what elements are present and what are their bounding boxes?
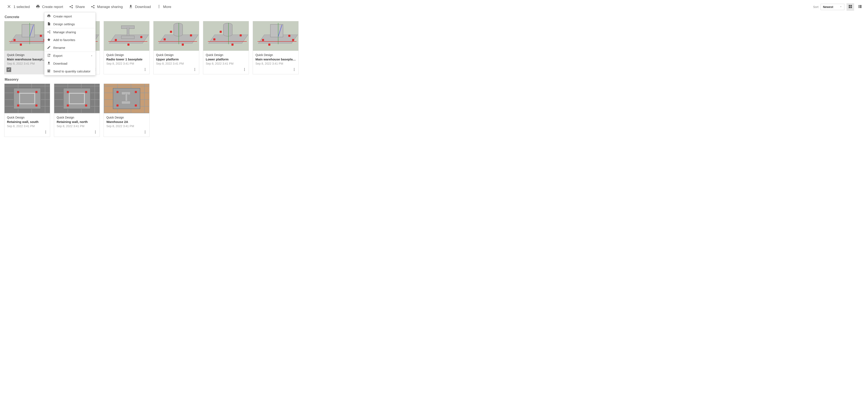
print-icon xyxy=(47,14,51,19)
more-vertical-icon xyxy=(193,68,197,72)
card-type-label: Quick Design xyxy=(106,116,147,119)
more-button[interactable]: More xyxy=(154,2,174,12)
design-card[interactable]: Quick DesignUpper platformSep 8, 2022 3:… xyxy=(153,21,199,74)
card-date-label: Sep 8, 2022 3:41 PM xyxy=(255,62,296,65)
share-icon xyxy=(69,4,73,10)
card-date-label: Sep 8, 2022 3:41 PM xyxy=(7,124,48,128)
design-card[interactable]: Quick DesignRetaining wall, southSep 8, … xyxy=(4,84,50,137)
card-thumbnail xyxy=(253,21,299,51)
more-vertical-icon xyxy=(44,130,48,135)
view-grid-button[interactable] xyxy=(846,3,854,11)
card-date-label: Sep 8, 2022 3:41 PM xyxy=(106,62,147,65)
svg-point-14 xyxy=(194,70,195,71)
card-thumbnail xyxy=(154,21,199,51)
dd-rename-label: Rename xyxy=(53,46,65,50)
svg-point-0 xyxy=(159,5,159,5)
dd-add-to-favorites-label: Add to favorites xyxy=(53,38,75,42)
card-thumbnail xyxy=(203,21,249,51)
dd-rename[interactable]: Rename xyxy=(44,44,95,52)
svg-point-15 xyxy=(244,68,245,69)
dd-export[interactable]: Export xyxy=(44,52,95,60)
pencil-icon xyxy=(47,45,51,50)
share-label: Share xyxy=(75,5,85,9)
dd-send-to-qc-label: Send to quantity calculator xyxy=(53,69,91,73)
card-more-button[interactable] xyxy=(291,67,297,73)
card-type-label: Quick Design xyxy=(7,53,48,57)
svg-point-19 xyxy=(294,69,294,70)
svg-point-17 xyxy=(244,70,245,71)
print-icon xyxy=(36,4,40,10)
dd-add-to-favorites[interactable]: Add to favorites xyxy=(44,36,95,44)
sort-select[interactable]: Newest xyxy=(820,4,844,10)
card-type-label: Quick Design xyxy=(57,116,97,119)
card-type-label: Quick Design xyxy=(206,53,246,57)
dd-send-to-quantity-calculator[interactable]: Send to quantity calculator xyxy=(44,67,95,75)
design-card[interactable]: Quick DesignMain warehouse basepl...Sep … xyxy=(4,21,50,74)
more-vertical-icon xyxy=(292,68,296,72)
svg-point-12 xyxy=(194,68,195,69)
card-selected-checkbox[interactable] xyxy=(6,67,11,72)
dd-design-settings-label: Design settings xyxy=(53,22,75,26)
download-button[interactable]: Download xyxy=(126,2,154,12)
card-type-label: Quick Design xyxy=(156,53,196,57)
svg-point-22 xyxy=(45,132,46,132)
card-more-button[interactable] xyxy=(192,67,198,73)
card-title-label: Warehouse 2A xyxy=(106,120,147,124)
svg-point-2 xyxy=(159,7,159,8)
card-grid: Quick DesignMain warehouse basepl...Sep … xyxy=(4,21,864,74)
design-card[interactable]: Quick DesignWarehouse 2ASep 8, 2022 3:41… xyxy=(103,84,150,137)
svg-point-25 xyxy=(95,132,96,132)
dd-manage-sharing-label: Manage sharing xyxy=(53,30,76,34)
card-date-label: Sep 8, 2022 3:41 PM xyxy=(106,124,147,128)
star-icon xyxy=(47,38,51,42)
more-dropdown: Create report Design settings Manage sha… xyxy=(44,12,96,75)
calculator-icon xyxy=(47,69,51,73)
svg-point-27 xyxy=(145,130,146,131)
svg-point-23 xyxy=(45,133,46,133)
more-vertical-icon xyxy=(157,4,161,10)
chevron-down-icon xyxy=(840,5,842,9)
svg-point-26 xyxy=(95,133,96,133)
card-more-button[interactable] xyxy=(142,129,148,135)
card-date-label: Sep 8, 2022 3:41 PM xyxy=(57,124,97,128)
svg-point-16 xyxy=(244,69,245,70)
content-area: ConcreteQuick DesignMain warehouse basep… xyxy=(4,15,864,137)
download-label: Download xyxy=(135,5,151,9)
card-more-button[interactable] xyxy=(142,67,148,73)
dd-export-label: Export xyxy=(53,54,62,58)
svg-point-24 xyxy=(95,130,96,131)
card-thumbnail xyxy=(54,84,100,113)
design-card[interactable]: Quick DesignRetaining wall, northSep 8, … xyxy=(54,84,100,137)
svg-point-1 xyxy=(159,6,159,7)
more-vertical-icon xyxy=(143,68,147,72)
dd-manage-sharing[interactable]: Manage sharing xyxy=(44,28,95,36)
card-more-button[interactable] xyxy=(92,129,98,135)
document-icon xyxy=(47,22,51,26)
download-icon xyxy=(129,4,133,10)
share-button[interactable]: Share xyxy=(66,2,88,12)
card-date-label: Sep 8, 2022 3:41 PM xyxy=(206,62,246,65)
card-more-button[interactable] xyxy=(43,129,49,135)
card-title-label: Upper platform xyxy=(156,58,196,61)
dd-download-label: Download xyxy=(53,62,67,65)
design-card[interactable]: Quick DesignRadio tower 1 baseplateSep 8… xyxy=(103,21,150,74)
card-title-label: Retaining wall, north xyxy=(57,120,97,124)
dd-download[interactable]: Download xyxy=(44,60,95,67)
close-selection-button[interactable]: 1 selected xyxy=(4,2,33,12)
card-thumbnail xyxy=(4,84,50,113)
dd-create-report[interactable]: Create report xyxy=(44,12,95,20)
more-vertical-icon xyxy=(143,130,147,135)
create-report-button[interactable]: Create report xyxy=(33,2,66,12)
manage-sharing-label: Manage sharing xyxy=(97,5,123,9)
svg-point-18 xyxy=(294,68,294,69)
card-title-label: Lower platform xyxy=(206,58,246,61)
design-card[interactable]: Quick DesignLower platformSep 8, 2022 3:… xyxy=(203,21,249,74)
dd-design-settings[interactable]: Design settings xyxy=(44,20,95,28)
toolbar-right: Sort Newest xyxy=(813,3,864,11)
card-type-label: Quick Design xyxy=(255,53,296,57)
design-card[interactable]: Quick DesignMain warehouse baseplat...Se… xyxy=(253,21,299,74)
card-more-button[interactable] xyxy=(242,67,247,73)
view-list-button[interactable] xyxy=(856,3,864,11)
card-title-label: Main warehouse baseplat... xyxy=(255,58,296,61)
manage-sharing-button[interactable]: Manage sharing xyxy=(88,2,126,12)
